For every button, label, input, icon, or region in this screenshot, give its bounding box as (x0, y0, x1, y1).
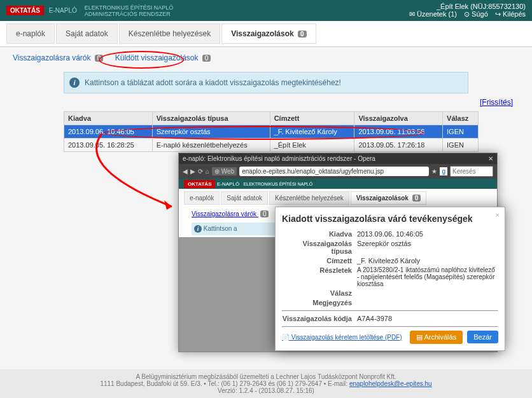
th-cimzett[interactable]: Címzett (270, 112, 354, 125)
info-bar: i Kattintson a táblázat adott sorára a k… (64, 72, 468, 93)
data-table: Kiadva Visszaigazolás típusa Címzett Vis… (64, 111, 479, 152)
info-icon: i (69, 78, 80, 88)
popup-close-icon[interactable]: ✕ (488, 155, 493, 162)
pdf-link[interactable]: 📄 Visszaigazolás kérelem letöltése (PDF) (282, 334, 402, 341)
modal-close-icon[interactable]: × (496, 211, 500, 219)
header-subtitle2: ADMINISZTRÁCIÓS RENDSZER (85, 11, 174, 17)
modal-tipus: Szerepkör osztás (357, 240, 498, 255)
info-text: Kattintson a táblázat adott sorára a kia… (85, 78, 341, 87)
modal-kod: A7A4-3978 (357, 315, 498, 322)
main-tabs: e-naplók Saját adatok Készenlétbe helyez… (0, 21, 532, 47)
reload-icon[interactable]: ⟳ (198, 168, 203, 175)
popup-toolbar: ◀ ▶ ⟳ ⌂ ⊕ Web enaplo.e-epites.hu/enaplo_… (179, 164, 497, 179)
svg-marker-0 (164, 200, 172, 210)
subtabs: Visszaigazolásra várók 0 Küldött visszai… (0, 47, 532, 69)
tab-enaplok[interactable]: e-naplók (6, 24, 55, 44)
refresh-link[interactable]: [Frissítés] (480, 98, 513, 107)
ptab-enaplok[interactable]: e-naplók (184, 191, 220, 205)
subtab-kuldott[interactable]: Küldött visszaigazolások 0 (115, 53, 211, 62)
tab-sajat[interactable]: Saját adatok (56, 24, 118, 44)
messages-link[interactable]: ✉ Üzenetek (1) (409, 10, 457, 18)
modal-reszletek: A 2013/5280/2-1 iktatószámú naplóhoz kiv… (357, 266, 498, 287)
popup-titlebar: e-napló: Elektronikus építési napló admi… (179, 153, 497, 164)
app-header: OKTATÁS E-NAPLÓ ELEKTRONIKUS ÉPÍTÉSI NAP… (0, 0, 532, 21)
tab-visszaigazolasok[interactable]: Visszaigazolások 0 (221, 24, 316, 44)
logout-link[interactable]: ↪ Kilépés (495, 10, 526, 18)
tab-keszenlet[interactable]: Készenlétbe helyezések (119, 24, 220, 44)
ptab-sajat[interactable]: Saját adatok (221, 191, 268, 205)
table-row[interactable]: 2013.09.06. 10:46:05Szerepkör osztás_F. … (64, 125, 479, 139)
search-input[interactable] (450, 166, 493, 177)
fwd-icon[interactable]: ▶ (190, 168, 195, 175)
psub-varok[interactable]: Visszaigazolásra várók 0 (192, 210, 269, 217)
tab-visszaig-badge: 0 (298, 31, 307, 38)
close-button[interactable]: Bezár (467, 331, 498, 343)
home-icon[interactable]: ⌂ (206, 168, 209, 175)
th-valasz[interactable]: Válasz (443, 112, 479, 125)
archive-button[interactable]: ▤ Archiválás (410, 331, 463, 344)
modal-dialog: × Kiadott visszaigazolásra váró tevékeny… (275, 207, 505, 351)
th-kiadva[interactable]: Kiadva (64, 112, 153, 125)
ptab-keszen[interactable]: Készenlétbe helyezések (269, 191, 349, 205)
modal-title: Kiadott visszaigazolásra váró tevékenysé… (282, 214, 498, 224)
help-link[interactable]: ⊙ Súgó (464, 10, 488, 18)
footer: A Belügyminisztérium megbízásából üzemel… (0, 369, 532, 398)
footer-email[interactable]: enaplohelpdesk@e-epites.hu (349, 380, 432, 387)
modal-cimzett: _F. Kivitelező Károly (357, 257, 498, 264)
th-tipus[interactable]: Visszaigazolás típusa (152, 112, 270, 125)
th-visszaig[interactable]: Visszaigazolva (354, 112, 443, 125)
logo-suffix: E-NAPLÓ (49, 7, 77, 14)
popup-inner-header: OKTATÁS E-NAPLÓ ELEKTRONIKUS ÉPÍTÉSI NAP… (179, 179, 497, 189)
logo-badge: OKTATÁS (6, 6, 44, 15)
tab-visszaig-label: Visszaigazolások (231, 29, 294, 38)
back-icon[interactable]: ◀ (183, 168, 188, 175)
user-label: _Épít Elek (NÜJ:855732130) (404, 3, 526, 10)
modal-kiadva: 2013.09.06. 10:46:05 (357, 230, 498, 238)
url-bar[interactable]: enaplo.e-epites.hu/enaplo_oktatas/ugyfel… (239, 167, 429, 176)
table-row[interactable]: 2013.09.05. 16:28:25E-napló készenlétbeh… (64, 139, 479, 152)
subtab-varok[interactable]: Visszaigazolásra várók 0 (13, 53, 106, 62)
header-subtitle1: ELEKTRONIKUS ÉPÍTÉSI NAPLÓ (85, 4, 174, 11)
ptab-vissza[interactable]: Visszaigazolások 0 (351, 191, 426, 205)
